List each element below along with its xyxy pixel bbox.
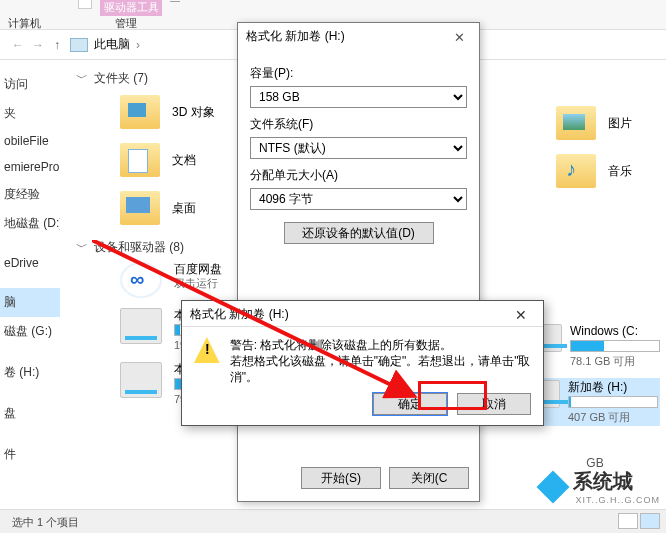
chevron-down-icon: ﹀ bbox=[76, 239, 88, 256]
status-text: 选中 1 个项目 bbox=[12, 516, 79, 528]
filesystem-select[interactable]: NTFS (默认) bbox=[250, 137, 467, 159]
cancel-button[interactable]: 取消 bbox=[457, 393, 531, 415]
close-icon[interactable]: ✕ bbox=[443, 25, 475, 45]
up-arrow-icon[interactable]: ↑ bbox=[54, 38, 60, 52]
view-mode-buttons[interactable] bbox=[616, 513, 660, 529]
folder-label: 文档 bbox=[172, 152, 196, 169]
capacity-bar bbox=[568, 396, 658, 408]
ribbon-min-icon: — bbox=[170, 0, 182, 7]
folder-label: 3D 对象 bbox=[172, 104, 215, 121]
format-dialog: 格式化 新加卷 (H:) ✕ 容量(P): 158 GB 文件系统(F) NTF… bbox=[237, 22, 480, 502]
nav-item[interactable]: emierePro bbox=[0, 154, 60, 180]
devices-group-label: 设备和驱动器 (8) bbox=[94, 239, 184, 256]
confirm-dialog-title: 格式化 新加卷 (H:) ✕ bbox=[182, 301, 543, 327]
status-bar: 选中 1 个项目 bbox=[0, 509, 666, 533]
breadcrumb-sep-icon: › bbox=[136, 38, 140, 52]
capacity-select[interactable]: 158 GB bbox=[250, 86, 467, 108]
format-dialog-title: 格式化 新加卷 (H:) ✕ bbox=[238, 23, 479, 49]
confirm-dialog: 格式化 新加卷 (H:) ✕ 警告: 格式化将删除该磁盘上的所有数据。 若想格式… bbox=[181, 300, 544, 426]
ok-button[interactable]: 确定 bbox=[373, 393, 447, 415]
folder-label: 音乐 bbox=[608, 163, 632, 180]
device-capacity: 78.1 GB 可用 bbox=[570, 354, 660, 368]
folders-right-col: 图片 音乐 bbox=[556, 100, 656, 202]
close-icon[interactable]: ✕ bbox=[503, 302, 539, 324]
capacity-label: 容量(P): bbox=[250, 65, 467, 82]
breadcrumb[interactable]: 此电脑 bbox=[94, 36, 130, 53]
folder-icon bbox=[120, 95, 160, 129]
watermark-text: 系统城 bbox=[573, 468, 660, 495]
nav-item[interactable]: 访问 bbox=[0, 70, 60, 99]
nav-item[interactable]: obileFile bbox=[0, 128, 60, 154]
devices-right-col: Windows (C: 78.1 GB 可用 新加卷 (H:) 407 GB 可… bbox=[530, 320, 660, 470]
music-icon bbox=[556, 154, 596, 188]
device-name: Windows (C: bbox=[570, 324, 660, 338]
nav-item[interactable]: 夹 bbox=[0, 99, 60, 128]
nav-tree[interactable]: 访问 夹 obileFile emierePro 度经验 地磁盘 (D:) eD… bbox=[0, 60, 60, 503]
nav-item[interactable]: 盘 bbox=[0, 399, 60, 428]
nav-item-selected[interactable]: 脑 bbox=[0, 288, 60, 317]
folders-group-label: 文件夹 (7) bbox=[94, 70, 148, 87]
allocation-label: 分配单元大小(A) bbox=[250, 167, 467, 184]
drive-icon bbox=[120, 362, 162, 398]
close-button[interactable]: 关闭(C bbox=[389, 467, 469, 489]
drive-tools-tab[interactable]: 驱动器工具 bbox=[100, 0, 162, 16]
folder-item-music[interactable]: 音乐 bbox=[556, 154, 656, 188]
filesystem-label: 文件系统(F) bbox=[250, 116, 467, 133]
desktop-icon bbox=[120, 191, 160, 225]
back-arrow-icon[interactable]: ← bbox=[12, 38, 24, 52]
view-grid-icon[interactable] bbox=[640, 513, 660, 529]
folder-label: 桌面 bbox=[172, 200, 196, 217]
device-new-volume-h[interactable]: 新加卷 (H:) 407 GB 可用 bbox=[530, 378, 660, 426]
start-button[interactable]: 开始(S) bbox=[301, 467, 381, 489]
allocation-select[interactable]: 4096 字节 bbox=[250, 188, 467, 210]
nav-item[interactable]: 卷 (H:) bbox=[0, 358, 60, 387]
manage-tab[interactable]: 管理 bbox=[115, 16, 137, 31]
device-name: 新加卷 (H:) bbox=[568, 380, 658, 394]
nav-item[interactable]: 磁盘 (G:) bbox=[0, 317, 60, 346]
confirm-message: 警告: 格式化将删除该磁盘上的所有数据。 若想格式化该磁盘，请单击"确定"。若想… bbox=[230, 337, 531, 385]
watermark-sub: XIT..G.H..G.COM bbox=[575, 495, 660, 505]
capacity-bar bbox=[570, 340, 660, 352]
device-windows-c[interactable]: Windows (C: 78.1 GB 可用 bbox=[530, 324, 660, 368]
computer-tab[interactable]: 计算机 bbox=[8, 16, 41, 31]
documents-icon bbox=[120, 143, 160, 177]
warning-icon bbox=[194, 337, 220, 363]
baidu-netdisk-icon bbox=[120, 262, 162, 298]
folder-label: 图片 bbox=[608, 115, 632, 132]
view-list-icon[interactable] bbox=[618, 513, 638, 529]
this-pc-icon bbox=[70, 38, 88, 52]
chevron-down-icon: ﹀ bbox=[76, 70, 88, 87]
drive-icon bbox=[120, 308, 162, 344]
nav-item[interactable]: 度经验 bbox=[0, 180, 60, 209]
ribbon-mini-icon bbox=[78, 0, 92, 9]
folder-item-pictures[interactable]: 图片 bbox=[556, 106, 656, 140]
restore-defaults-button[interactable]: 还原设备的默认值(D) bbox=[284, 222, 434, 244]
nav-item[interactable]: 件 bbox=[0, 440, 60, 469]
fwd-arrow-icon[interactable]: → bbox=[32, 38, 44, 52]
watermark-logo-icon bbox=[539, 473, 567, 501]
watermark: 系统城 XIT..G.H..G.COM bbox=[539, 468, 660, 505]
device-capacity: 407 GB 可用 bbox=[568, 410, 658, 424]
nav-item[interactable]: eDrive bbox=[0, 250, 60, 276]
pictures-icon bbox=[556, 106, 596, 140]
nav-item[interactable]: 地磁盘 (D:) bbox=[0, 209, 60, 238]
